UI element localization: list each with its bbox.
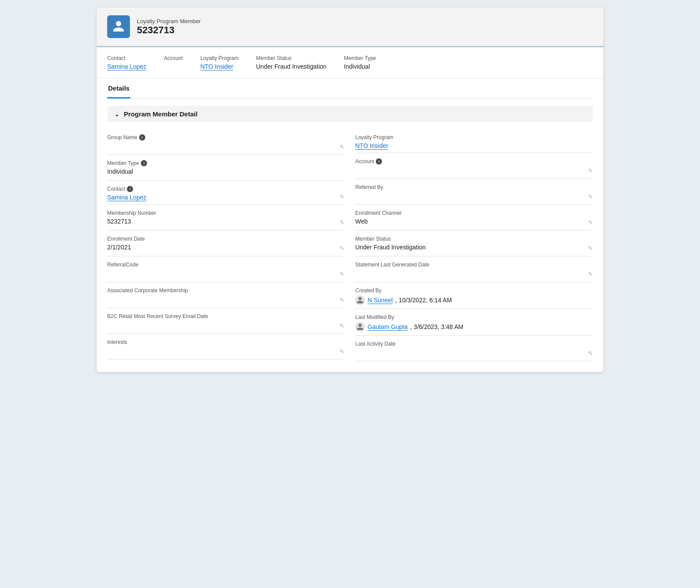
contact-link[interactable]: Samina Lopez (107, 63, 147, 70)
field-enrollment-channel: Enrollment Channel Web ✎ (355, 205, 593, 231)
field-referral-code: ReferralCode ✎ (107, 256, 344, 282)
field-b2c-survey-label: B2C Retail Most Recent Survey Email Date (107, 313, 344, 319)
last-modified-date: , 3/6/2023, 3:48 AM (410, 323, 463, 330)
record-title: 5232713 (137, 24, 201, 36)
info-contact-label: Contact (107, 55, 147, 61)
info-contact: Contact Samina Lopez (107, 55, 147, 70)
created-by-date: , 10/3/2022, 6:14 AM (396, 297, 452, 304)
field-last-activity-date-value (355, 349, 593, 357)
field-loyalty-program-label: Loyalty Program (355, 134, 593, 140)
edit-icon-membership-number[interactable]: ✎ (340, 219, 344, 226)
info-account: Account (164, 55, 183, 70)
last-modified-link[interactable]: Gautam Gupta (368, 323, 408, 331)
field-created-by-label: Created By (355, 287, 593, 294)
info-member-status-value: Under Fraud Investigation (256, 63, 326, 70)
created-by-link[interactable]: N Suneel (368, 297, 393, 304)
info-member-type-label: Member Type (344, 55, 376, 61)
chevron-down-icon: ⌄ (114, 111, 119, 118)
field-account-value (355, 166, 593, 175)
info-icon-contact[interactable]: i (127, 186, 133, 192)
field-associated-corporate: Associated Corporate Membership ✎ (107, 282, 344, 308)
info-icon-member-type[interactable]: i (141, 160, 147, 166)
info-member-type-value: Individual (344, 63, 376, 70)
section-program-member-detail[interactable]: ⌄ Program Member Detail (107, 106, 593, 122)
field-member-type-label: Member Type i (107, 160, 344, 166)
field-referral-code-value (107, 270, 344, 278)
field-statement-date: Statement Last Generated Date ✎ (355, 256, 593, 282)
record-subtitle: Loyalty Program Member (137, 18, 201, 24)
field-enrollment-channel-value: Web (355, 218, 593, 227)
info-loyalty-program: Loyalty Program NTO Insider (200, 55, 238, 70)
avatar (107, 15, 130, 38)
edit-icon-contact[interactable]: ✎ (340, 193, 344, 200)
edit-icon-member-status[interactable]: ✎ (588, 245, 593, 252)
details-section: Details ⌄ Program Member Detail Group Na… (97, 78, 603, 372)
field-last-activity-date: Last Activity Date ✎ (355, 336, 593, 361)
field-membership-number-label: Membership Number (107, 210, 344, 216)
right-column: Loyalty Program NTO Insider Account i ✎ … (350, 129, 593, 361)
info-icon-account[interactable]: i (376, 158, 382, 164)
record-header: Loyalty Program Member 5232713 (97, 7, 603, 47)
edit-icon-enrollment-date[interactable]: ✎ (340, 245, 344, 252)
field-loyalty-program-value[interactable]: NTO Insider (355, 142, 388, 150)
edit-icon-b2c-survey[interactable]: ✎ (340, 322, 344, 329)
field-interests-value (107, 347, 344, 356)
field-contact: Contact i Samina Lopez ✎ (107, 181, 344, 205)
edit-icon-enrollment-channel[interactable]: ✎ (588, 219, 593, 226)
edit-icon-account[interactable]: ✎ (588, 168, 593, 174)
field-associated-corporate-value (107, 295, 344, 304)
field-created-by-value: N Suneel , 10/3/2022, 6:14 AM (355, 295, 593, 305)
main-card: Loyalty Program Member 5232713 Contact S… (96, 7, 604, 372)
tab-details[interactable]: Details (107, 78, 130, 98)
details-tab-bar: Details (107, 78, 593, 99)
field-last-activity-date-label: Last Activity Date (355, 341, 593, 347)
field-enrollment-date-label: Enrollment Date (107, 236, 344, 242)
field-last-modified-by-value: Gautam Gupta , 3/6/2023, 3:48 AM (355, 322, 593, 332)
info-member-status-label: Member Status (256, 55, 326, 61)
info-member-status: Member Status Under Fraud Investigation (256, 55, 326, 70)
field-contact-value[interactable]: Samina Lopez (107, 194, 147, 201)
header-text: Loyalty Program Member 5232713 (137, 18, 201, 36)
field-membership-number-value: 5232713 (107, 218, 344, 227)
field-interests: Interests ✎ (107, 334, 344, 360)
last-modified-avatar (355, 322, 365, 332)
field-associated-corporate-label: Associated Corporate Membership (107, 287, 344, 294)
section-title: Program Member Detail (124, 110, 197, 118)
field-referred-by-value (355, 192, 593, 201)
field-group-name-value (107, 142, 344, 151)
created-by-avatar (355, 295, 365, 305)
edit-icon-group-name[interactable]: ✎ (340, 144, 344, 150)
field-last-modified-by: Last Modified By Gautam Gupta , 3/6/2023… (355, 309, 593, 336)
left-column: Group Name i ✎ Member Type i Individual … (107, 129, 350, 361)
field-last-modified-by-label: Last Modified By (355, 314, 593, 320)
field-statement-date-value (355, 270, 593, 278)
info-account-label: Account (164, 55, 183, 61)
field-b2c-survey-value (107, 321, 344, 330)
edit-icon-last-activity-date[interactable]: ✎ (588, 350, 593, 357)
edit-icon-associated-corporate[interactable]: ✎ (340, 297, 344, 303)
field-b2c-survey: B2C Retail Most Recent Survey Email Date… (107, 308, 344, 334)
edit-icon-statement-date[interactable]: ✎ (588, 271, 593, 277)
person-icon (112, 20, 125, 34)
info-bar: Contact Samina Lopez Account Loyalty Pro… (97, 47, 603, 78)
field-member-type: Member Type i Individual (107, 155, 344, 181)
info-icon-group-name[interactable]: i (139, 134, 145, 140)
field-enrollment-date: Enrollment Date 2/1/2021 ✎ (107, 231, 344, 256)
edit-icon-referred-by[interactable]: ✎ (588, 193, 593, 200)
field-member-status-value: Under Fraud Investigation (355, 244, 593, 252)
edit-icon-interests[interactable]: ✎ (340, 348, 344, 355)
field-statement-date-label: Statement Last Generated Date (355, 262, 593, 268)
fields-grid: Group Name i ✎ Member Type i Individual … (107, 129, 593, 361)
field-member-type-value: Individual (107, 168, 344, 177)
info-member-type: Member Type Individual (344, 55, 376, 70)
field-enrollment-channel-label: Enrollment Channel (355, 210, 593, 216)
field-interests-label: Interests (107, 339, 344, 345)
field-referral-code-label: ReferralCode (107, 262, 344, 268)
field-account-label: Account i (355, 158, 593, 164)
field-member-status: Member Status Under Fraud Investigation … (355, 231, 593, 256)
field-enrollment-date-value: 2/1/2021 (107, 244, 344, 252)
field-account: Account i ✎ (355, 153, 593, 179)
loyalty-program-link[interactable]: NTO Insider (200, 63, 233, 70)
edit-icon-referral-code[interactable]: ✎ (340, 271, 344, 277)
field-loyalty-program: Loyalty Program NTO Insider (355, 129, 593, 153)
